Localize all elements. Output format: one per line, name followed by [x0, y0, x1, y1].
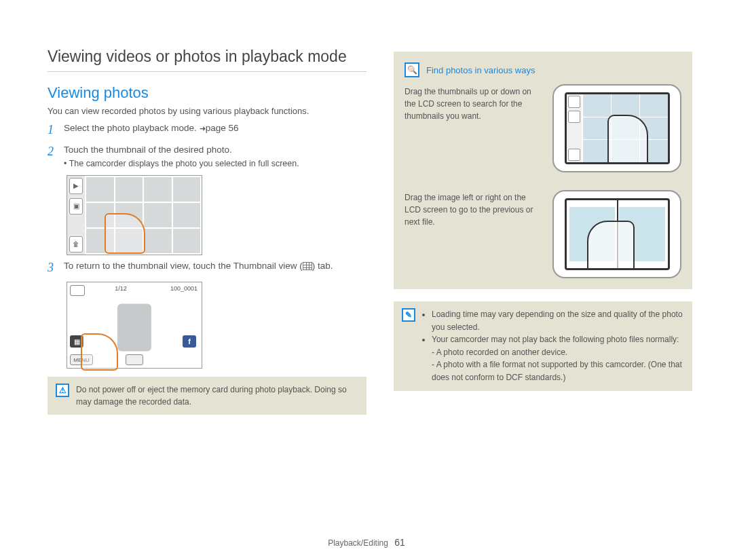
info-note: Loading time may vary depending on the s…	[394, 301, 692, 391]
facebook-icon: f	[183, 335, 196, 348]
step-text: Select the photo playback mode.	[64, 123, 200, 133]
page-number: 61	[394, 537, 405, 548]
step-text: Touch the thumbnail of the desired photo…	[64, 145, 232, 155]
page-ref-icon	[200, 123, 206, 133]
share-icon	[126, 354, 143, 365]
info-sub-bullet: A photo with a file format not supported…	[432, 358, 684, 384]
page-title: Viewing videos or photos in playback mod…	[48, 48, 366, 72]
step-3: 3 To return to the thumbnail view, touch…	[48, 261, 366, 276]
photo-figure	[117, 304, 151, 352]
info-icon	[402, 308, 415, 322]
touch-hand-icon	[105, 213, 145, 254]
delete-icon: 🗑	[69, 236, 83, 253]
delete-icon	[568, 149, 580, 161]
drag-hand-icon	[587, 221, 635, 270]
thumbnail-view-icon	[303, 262, 312, 270]
step-1: 1 Select the photo playback mode. page 5…	[48, 123, 366, 138]
step-text-a: To return to the thumbnail view, touch t…	[64, 261, 303, 271]
step-number: 2	[48, 145, 57, 168]
magnify-icon	[405, 62, 419, 77]
info-bullet: Your camcorder may not play back the fol…	[432, 333, 684, 384]
footer-section: Playback/Editing	[328, 538, 388, 548]
device-horizontal-drag-illustration	[552, 190, 681, 278]
mode-icon	[568, 96, 580, 108]
step-subtext: The camcorder displays the photo you sel…	[64, 159, 299, 168]
touch-hand-icon	[81, 333, 118, 371]
device-vertical-drag-illustration	[552, 84, 681, 172]
warning-text: Do not power off or eject the memory car…	[76, 384, 358, 408]
counter-label: 1/12	[115, 285, 127, 292]
step-2: 2 Touch the thumbnail of the desired pho…	[48, 145, 366, 168]
intro-text: You can view recorded photos by using va…	[48, 106, 366, 116]
tip-row-text: Drag the image left or right on the LCD …	[405, 190, 544, 228]
section-title: Viewing photos	[48, 84, 366, 102]
fullscreen-photo-illustration: 1/12 100_0001 ▦ f MENU	[67, 282, 202, 369]
tip-title: Find photos in various ways	[426, 65, 535, 75]
mode-video-icon: ▶	[69, 178, 83, 194]
step-number: 3	[48, 261, 57, 276]
drag-hand-icon	[607, 115, 648, 164]
mode-photo-icon: ▣	[69, 198, 83, 214]
file-number-label: 100_0001	[170, 285, 198, 292]
tip-row-text: Drag the thumbnails up or down on the LC…	[405, 84, 544, 122]
info-bullet: Loading time may vary depending on the s…	[432, 308, 684, 333]
step-number: 1	[48, 123, 57, 138]
step-text-b: ) tab.	[312, 261, 333, 271]
mode-icon	[568, 111, 580, 123]
warning-icon	[56, 384, 69, 397]
page-ref: page 56	[206, 123, 239, 133]
tip-box: Find photos in various ways Drag the thu…	[394, 52, 692, 289]
info-sub-bullet: A photo recorded on another device.	[432, 346, 684, 359]
page-footer: Playback/Editing 61	[328, 537, 405, 548]
thumbnail-grid-illustration: ▶ ▣ 🗑	[67, 175, 202, 255]
warning-note: Do not power off or eject the memory car…	[48, 377, 366, 415]
